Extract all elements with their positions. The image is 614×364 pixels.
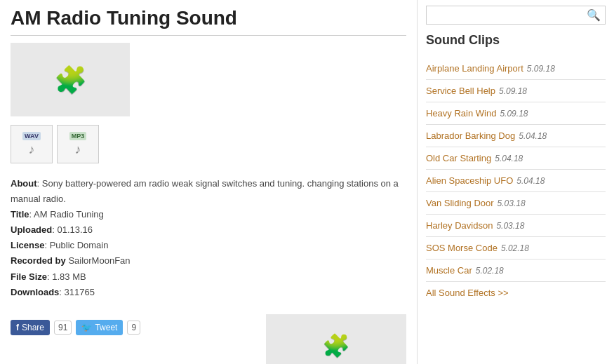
- about-text: : Sony battery-powered am radio weak sig…: [11, 178, 399, 204]
- clip-date: 5.03.18: [496, 221, 524, 231]
- clip-item[interactable]: Heavy Rain Wind 5.09.18: [426, 102, 606, 125]
- downloads-label: Downloads: [11, 287, 59, 297]
- file-icons-row: WAV ♪ MP3 ♪: [11, 125, 406, 163]
- fb-icon: f: [16, 323, 19, 332]
- ad-puzzle-icon: 🧩: [322, 332, 350, 359]
- clip-date: 5.04.18: [516, 176, 545, 186]
- wav-label: WAV: [22, 132, 41, 140]
- all-effects-link[interactable]: All Sound Effects >>: [426, 288, 606, 298]
- recorded-label: Recorded by: [11, 255, 66, 266]
- recorded-value: SailorMoonFan: [68, 255, 130, 266]
- wav-note-icon: ♪: [29, 142, 35, 157]
- wav-download-button[interactable]: WAV ♪: [11, 125, 53, 163]
- clip-item[interactable]: Harley Davidson 5.03.18: [426, 215, 606, 237]
- clip-date: 5.02.18: [501, 243, 529, 253]
- clip-item[interactable]: Old Car Starting 5.04.18: [426, 147, 606, 170]
- facebook-count: 91: [54, 321, 72, 335]
- clip-name[interactable]: Harley Davidson: [426, 220, 493, 231]
- clip-date: 5.02.18: [476, 266, 504, 276]
- clip-date: 5.09.18: [499, 86, 527, 96]
- clip-item[interactable]: Service Bell Help 5.09.18: [426, 80, 606, 102]
- license-label: License: [11, 240, 44, 250]
- search-icon[interactable]: 🔍: [587, 8, 601, 22]
- clip-name[interactable]: Old Car Starting: [426, 153, 491, 163]
- downloads-colon: :: [59, 287, 64, 297]
- clip-item[interactable]: SOS Morse Code 5.02.18: [426, 237, 606, 259]
- clip-date: 5.09.18: [527, 64, 555, 74]
- clip-name[interactable]: Van Sliding Door: [426, 198, 494, 208]
- tw-icon: 🐦: [81, 323, 92, 332]
- clip-name[interactable]: Heavy Rain Wind: [426, 108, 496, 119]
- clip-name[interactable]: Alien Spaceship UFO: [426, 175, 513, 186]
- about-label: About: [11, 178, 37, 189]
- clip-date: 5.04.18: [519, 131, 547, 141]
- meta-section: About: Sony battery-powered am radio wea…: [11, 176, 406, 300]
- filesize-label: File Size: [11, 271, 47, 282]
- mp3-note-icon: ♪: [75, 142, 81, 157]
- clip-date: 5.09.18: [500, 109, 528, 119]
- clip-item[interactable]: Van Sliding Door 5.03.18: [426, 192, 606, 215]
- title-label: Title: [11, 209, 29, 220]
- license-colon: :: [44, 240, 49, 250]
- search-input[interactable]: [431, 10, 587, 20]
- clip-name[interactable]: Airplane Landing Airport: [426, 63, 523, 74]
- twitter-count: 9: [127, 321, 140, 335]
- clip-date: 5.03.18: [498, 198, 526, 208]
- title-value: AM Radio Tuning: [34, 209, 104, 220]
- clip-name[interactable]: Service Bell Help: [426, 86, 495, 96]
- tw-label: Tweet: [95, 323, 117, 332]
- sound-clips-title: Sound Clips: [426, 33, 606, 50]
- filesize-value: 1.83 MB: [52, 271, 86, 282]
- license-value: Public Domain: [50, 240, 109, 250]
- puzzle-icon: 🧩: [54, 65, 87, 95]
- search-bar[interactable]: 🔍: [426, 6, 606, 25]
- facebook-share-button[interactable]: f Share: [11, 320, 50, 335]
- clip-item[interactable]: Alien Spaceship UFO 5.04.18: [426, 170, 606, 192]
- uploaded-value: 01.13.16: [57, 224, 93, 235]
- social-bar: f Share 91 🐦 Tweet 9: [11, 320, 175, 335]
- sidebar: 🔍 Sound Clips Airplane Landing Airport 5…: [418, 0, 614, 364]
- ad-banner: 🧩: [266, 314, 406, 364]
- main-content: AM Radio Tuning Sound 🧩 WAV ♪ MP3 ♪ Abou…: [0, 0, 418, 364]
- clip-item[interactable]: Muscle Car 5.02.18: [426, 259, 606, 282]
- mp3-download-button[interactable]: MP3 ♪: [57, 125, 99, 163]
- mp3-label: MP3: [69, 132, 87, 140]
- clip-name[interactable]: Labrador Barking Dog: [426, 130, 515, 141]
- downloads-value: 311765: [65, 287, 95, 297]
- clip-item[interactable]: Airplane Landing Airport 5.09.18: [426, 58, 606, 80]
- twitter-tweet-button[interactable]: 🐦 Tweet: [76, 320, 123, 335]
- clips-list: Airplane Landing Airport 5.09.18Service …: [426, 58, 606, 282]
- fb-label: Share: [22, 323, 44, 332]
- clip-date: 5.04.18: [495, 154, 523, 163]
- clip-name[interactable]: SOS Morse Code: [426, 243, 498, 253]
- page-title: AM Radio Tuning Sound: [11, 7, 406, 36]
- clip-name[interactable]: Muscle Car: [426, 265, 472, 276]
- clip-item[interactable]: Labrador Barking Dog 5.04.18: [426, 125, 606, 147]
- main-thumbnail: 🧩: [11, 43, 130, 116]
- uploaded-label: Uploaded: [11, 224, 52, 235]
